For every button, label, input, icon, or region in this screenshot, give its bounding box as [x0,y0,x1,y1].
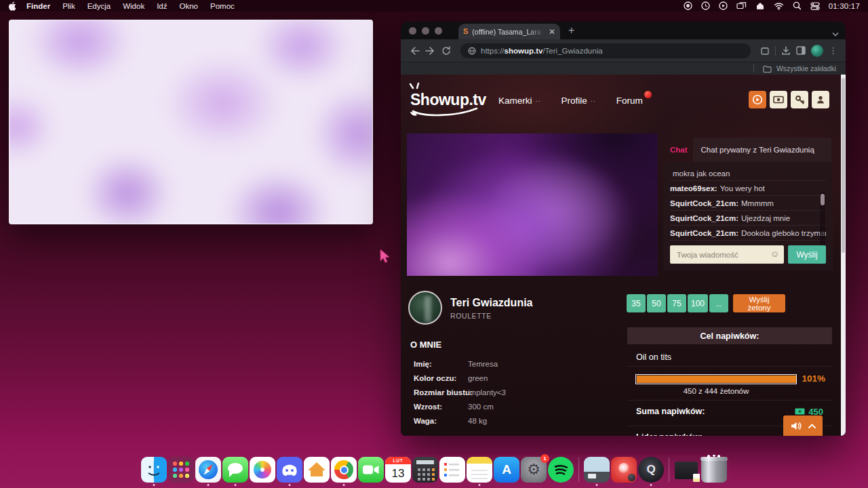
chat-message: mokra jak ocean [670,166,826,181]
apple-menu-icon[interactable] [8,1,16,11]
dock-icon-messages[interactable] [222,457,248,483]
dock-icon-discord[interactable] [277,457,302,483]
dock-icon-trash[interactable] [701,457,727,483]
browser-tab-strip: S (offline) Tasama_Lara - Darm ✕ + [401,22,846,39]
tab-title: (offline) Tasama_Lara - Darm [472,28,545,36]
dock-minimized-window[interactable] [674,457,700,483]
site-navigation: Kamerki·· Profile·· Forum [498,96,643,106]
minimize-window-button[interactable] [422,27,429,35]
dock-icon-reminders[interactable] [439,457,465,483]
tip-100-button[interactable]: 100 [688,294,708,312]
nav-profile[interactable]: Profile·· [561,96,596,106]
tab-close-icon[interactable]: ✕ [549,28,555,36]
tab-chat-public[interactable]: Chat [663,138,693,162]
all-bookmarks-label[interactable]: Wszystkie zakładki [776,64,836,73]
page-scrollbar-thumb[interactable] [842,78,845,253]
volume-control-overlay[interactable] [783,415,823,436]
chat-input-row: ☺ Wyślij [670,245,826,264]
streamer-avatar[interactable] [408,291,442,325]
showup-logo[interactable]: Showup.tv [409,85,485,117]
menu-item-okno[interactable]: Okno [174,2,205,10]
nav-kamerki[interactable]: Kamerki·· [498,96,541,106]
tokens-button[interactable] [770,91,787,108]
new-tab-button[interactable]: + [568,25,574,36]
dock-icon-app-store[interactable]: A [494,457,519,483]
browser-tab[interactable]: S (offline) Tasama_Lara - Darm ✕ [458,24,560,39]
dock-icon-preview-thumbnail[interactable] [584,457,610,483]
play-status-icon[interactable] [719,1,728,10]
dropdown-dots-icon: ·· [536,96,541,106]
tip-progress-count: 450 z 444 żetonów [635,387,797,395]
dock-icon-notes[interactable] [467,457,492,483]
dock-icon-photos[interactable] [250,457,275,483]
dock-icon-settings[interactable]: ⚙1 [521,457,547,483]
tip-35-button[interactable]: 35 [627,294,646,312]
dock-icon-safari[interactable] [195,457,221,483]
tab-search-chevron-icon[interactable] [832,27,839,39]
dock-icon-quicktime[interactable]: Q [638,457,664,483]
chat-message: SquirtCock_21cm:Dookola gleboko trzymam [670,226,826,241]
menu-item-idz[interactable]: Idź [151,2,173,10]
broadcast-button[interactable] [749,91,766,108]
account-button[interactable] [812,91,829,108]
dock-icon-home[interactable] [304,457,330,483]
dock-icon-calendar[interactable]: LUT 13 [385,457,411,483]
dock-icon-calculator[interactable] [412,457,438,483]
extensions-icon[interactable] [760,46,770,56]
menu-item-finder[interactable]: Finder [20,2,56,10]
tab-chat-private[interactable]: Chat prywatny z Teri Gwiazdunią [693,138,831,162]
mission-control-icon[interactable] [736,1,747,10]
dock-icon-chrome[interactable] [331,457,357,483]
reload-button[interactable] [441,46,451,56]
address-bar[interactable]: https://showup.tv/Teri_Gwiazdunia [460,43,751,58]
emoji-picker-icon[interactable]: ☺ [770,249,779,258]
site-favicon: S [463,28,468,35]
spotlight-search-icon[interactable] [793,1,802,10]
streamer-name: Teri Gwiazdunia [450,297,533,309]
about-row-bust: Rozmiar biustu:implanty<3 [414,388,617,401]
menu-item-widok[interactable]: Widok [117,2,151,10]
chat-messages-list[interactable]: mokra jak ocean mateo69sex:You wery hot … [663,162,833,270]
zoom-window-button[interactable] [435,27,442,35]
preview-window[interactable] [9,20,373,224]
home-status-icon[interactable] [755,1,765,10]
bookmarks-bar: Wszystkie zakładki [401,62,846,75]
folder-icon [763,65,772,73]
login-key-button[interactable] [791,91,808,108]
dock-icon-photo-booth[interactable] [611,457,637,483]
forward-button[interactable] [425,46,436,56]
page-scrollbar[interactable] [841,75,846,436]
back-button[interactable] [409,46,420,56]
clock-icon[interactable] [701,1,710,10]
dock-icon-launchpad[interactable] [168,457,194,483]
send-tokens-button[interactable]: Wyślij żetony [733,294,785,312]
menu-item-pomoc[interactable]: Pomoc [204,2,241,10]
dock-icon-facetime[interactable] [358,457,384,483]
browser-toolbar: https://showup.tv/Teri_Gwiazdunia ⋮ [401,39,846,62]
menu-bar-clock[interactable]: 01:30:17 [829,2,860,10]
profile-avatar-icon[interactable] [811,45,823,57]
tip-50-button[interactable]: 50 [647,294,666,312]
side-panel-icon[interactable] [796,46,806,55]
wifi-icon[interactable] [774,2,784,10]
tip-75-button[interactable]: 75 [667,294,686,312]
close-window-button[interactable] [409,27,416,35]
chat-send-button[interactable]: Wyślij [788,245,826,264]
dock-icon-finder[interactable] [141,457,167,483]
control-center-icon[interactable] [810,2,820,10]
streamer-mode-label: ROULETTE [450,312,492,320]
stream-video-content [407,134,658,276]
video-player[interactable] [407,134,658,276]
downloads-icon[interactable] [781,46,791,56]
calendar-day-label: 13 [385,464,411,483]
dock-icon-spotify[interactable] [548,457,574,483]
about-header: O MNIE [410,340,441,350]
record-icon[interactable] [684,1,692,10]
chat-scrollbar-thumb[interactable] [821,194,825,205]
browser-menu-icon[interactable]: ⋮ [829,45,837,56]
menu-item-edycja[interactable]: Edycja [81,2,117,10]
chat-message-input[interactable] [670,245,784,264]
nav-forum[interactable]: Forum [616,96,643,106]
tip-custom-button[interactable]: ... [709,294,728,312]
menu-item-plik[interactable]: Plik [56,2,81,10]
